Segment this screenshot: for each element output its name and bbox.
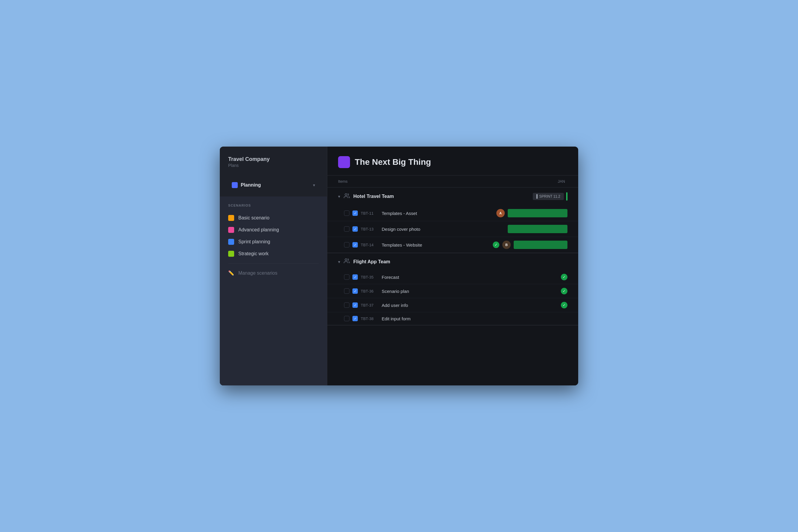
checkbox-tbt37[interactable]: ✓	[352, 302, 358, 308]
checkmark-icon: ✓	[354, 211, 357, 215]
task-id-tbt14: TBT-14	[361, 243, 379, 247]
checkmark-icon: ✓	[354, 317, 357, 321]
divider	[228, 263, 319, 264]
sprint-badge-hotel: SPRINT 11.2	[539, 194, 560, 198]
checkbox-tbt11-outer[interactable]	[344, 210, 349, 216]
chevron-down-icon: ▾	[313, 183, 315, 188]
task-row-tbt36[interactable]: ✓ TBT-36 Scenario plan ✓	[327, 284, 578, 298]
main-header: The Next Big Thing	[327, 147, 578, 175]
task-name-tbt38: Edit input form	[382, 316, 487, 321]
team-group-hotel: ▾ Hotel Travel Team SPRINT 11	[327, 188, 578, 253]
scenario-dot-sprint	[228, 239, 234, 245]
checkbox-tbt14[interactable]: ✓	[352, 242, 358, 247]
planning-label: Planning	[241, 183, 310, 188]
scenario-name-basic: Basic scenario	[238, 215, 270, 221]
sprint-green-bar	[566, 192, 568, 201]
table-header: Items JAN	[327, 175, 578, 188]
checkbox-tbt13-outer[interactable]	[344, 226, 349, 232]
task-name-tbt11: Templates - Asset	[382, 211, 487, 216]
scenario-item-advanced[interactable]: Advanced planning	[228, 224, 319, 236]
team-flight-header[interactable]: ▾ Flight App Team	[327, 253, 578, 270]
table-container[interactable]: Items JAN ▾ Hotel Travel Team	[327, 175, 578, 385]
manage-scenarios-button[interactable]: ✏️ Manage scenarios	[228, 267, 319, 279]
sidebar: Travel Company Plans Planning ▾ SCENARIO…	[220, 147, 327, 385]
collapse-hotel-button[interactable]: ▾	[338, 194, 340, 199]
svg-point-1	[345, 259, 347, 261]
scenarios-label: SCENARIOS	[228, 204, 319, 207]
scenario-dot-basic	[228, 215, 234, 221]
sprint-bar-icon	[536, 194, 538, 199]
task-right-tbt36: ✓	[490, 288, 568, 294]
planning-icon	[232, 182, 238, 188]
manage-label: Manage scenarios	[238, 270, 277, 276]
team-name-hotel: Hotel Travel Team	[353, 194, 529, 199]
checkmark-icon: ✓	[354, 303, 357, 307]
checkmark-icon: ✓	[354, 289, 357, 293]
avatar-tbt14: B	[502, 241, 511, 249]
checkbox-tbt13[interactable]: ✓	[352, 226, 358, 232]
scenario-item-strategic[interactable]: Strategic work	[228, 248, 319, 260]
task-id-tbt36: TBT-36	[361, 289, 379, 293]
svg-point-0	[345, 193, 347, 195]
task-right-tbt13	[490, 225, 568, 233]
task-id-tbt13: TBT-13	[361, 227, 379, 231]
task-row-tbt38[interactable]: ✓ TBT-38 Edit input form	[327, 312, 578, 325]
scenarios-panel: SCENARIOS Basic scenario Advanced planni…	[220, 196, 327, 385]
scenario-name-advanced: Advanced planning	[238, 227, 279, 232]
task-row-tbt35[interactable]: ✓ TBT-35 Forecast ✓	[327, 270, 578, 284]
gantt-bar-tbt13	[508, 225, 568, 233]
project-title: The Next Big Thing	[355, 157, 431, 167]
task-name-tbt37: Add user info	[382, 303, 487, 308]
avatar-initials: A	[499, 211, 502, 215]
task-row-tbt11[interactable]: ✓ TBT-11 Templates - Asset A	[327, 205, 578, 221]
status-done-tbt36: ✓	[561, 288, 568, 294]
checkbox-tbt38-outer[interactable]	[344, 316, 349, 321]
task-row-tbt14[interactable]: ✓ TBT-14 Templates - Website ✓ B	[327, 237, 578, 253]
task-right-tbt11: A	[490, 209, 568, 217]
team-group-flight: ▾ Flight App Team ✓	[327, 253, 578, 325]
checkbox-tbt11[interactable]: ✓	[352, 210, 358, 216]
checkmark-icon: ✓	[354, 243, 357, 247]
gantt-bar-tbt14	[514, 241, 568, 249]
team-name-flight: Flight App Team	[353, 259, 568, 265]
col-items-header: Items	[338, 179, 484, 184]
checkbox-tbt35-outer[interactable]	[344, 274, 349, 280]
col-jan-header: JAN	[484, 179, 568, 184]
checkbox-tbt37-outer[interactable]	[344, 302, 349, 308]
task-id-tbt38: TBT-38	[361, 317, 379, 321]
task-right-tbt14: ✓ B	[490, 241, 568, 249]
checkbox-tbt14-outer[interactable]	[344, 242, 349, 247]
checkbox-tbt36[interactable]: ✓	[352, 288, 358, 294]
sidebar-header: Travel Company Plans	[220, 156, 327, 175]
edit-icon: ✏️	[228, 270, 234, 276]
task-right-tbt37: ✓	[490, 302, 568, 308]
team-icon-flight	[344, 258, 350, 265]
team-hotel-header[interactable]: ▾ Hotel Travel Team SPRINT 11	[327, 188, 578, 205]
task-name-tbt13: Design cover photo	[382, 227, 487, 232]
scenario-item-basic[interactable]: Basic scenario	[228, 212, 319, 224]
task-name-tbt35: Forecast	[382, 275, 487, 280]
scenario-name-strategic: Strategic work	[238, 251, 268, 256]
task-id-tbt37: TBT-37	[361, 303, 379, 307]
task-id-tbt35: TBT-35	[361, 275, 379, 280]
status-done-tbt35: ✓	[561, 274, 568, 280]
planning-selector[interactable]: Planning ▾	[228, 180, 319, 190]
task-row-tbt13[interactable]: ✓ TBT-13 Design cover photo	[327, 221, 578, 237]
checkmark-icon: ✓	[354, 227, 357, 231]
status-done-tbt37: ✓	[561, 302, 568, 308]
scenario-name-sprint: Sprint planning	[238, 239, 270, 245]
checkbox-tbt36-outer[interactable]	[344, 288, 349, 294]
scenario-item-sprint[interactable]: Sprint planning	[228, 236, 319, 248]
scenario-dot-advanced	[228, 227, 234, 233]
checkbox-tbt38[interactable]: ✓	[352, 316, 358, 321]
main-content: The Next Big Thing Items JAN ▾	[327, 147, 578, 385]
task-right-tbt35: ✓	[490, 274, 568, 280]
team-icon-hotel	[344, 193, 350, 200]
task-id-tbt11: TBT-11	[361, 211, 379, 215]
collapse-flight-button[interactable]: ▾	[338, 260, 340, 264]
company-name: Travel Company	[228, 156, 319, 163]
task-name-tbt14: Templates - Website	[382, 242, 487, 247]
company-sub: Plans	[228, 163, 319, 168]
task-row-tbt37[interactable]: ✓ TBT-37 Add user info ✓	[327, 298, 578, 312]
checkbox-tbt35[interactable]: ✓	[352, 274, 358, 280]
